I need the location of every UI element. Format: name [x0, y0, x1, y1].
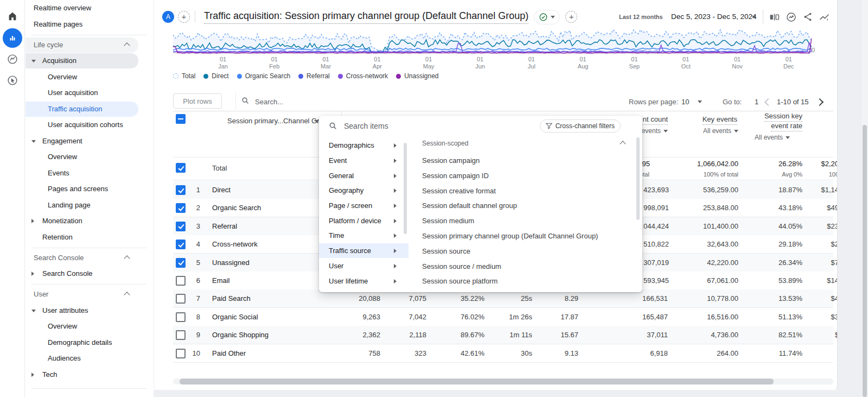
add-report-button[interactable]: + — [565, 11, 577, 23]
dimension-item-session-source[interactable]: Session source — [422, 244, 470, 259]
sidebar-item-overview[interactable]: Overview — [24, 70, 154, 85]
dimension-item-session-source-platform[interactable]: Session source platform — [422, 274, 497, 288]
chevron-up-icon[interactable] — [124, 255, 130, 261]
pagination-next-icon[interactable] — [816, 98, 824, 106]
category-item-custom[interactable]: Custom — [319, 135, 409, 138]
add-comparison-button[interactable]: + — [178, 11, 190, 23]
caret-right-icon[interactable] — [31, 373, 34, 377]
category-item-demographics[interactable]: Demographics — [319, 138, 409, 153]
key-events-metric-select[interactable]: All events — [703, 127, 738, 135]
sidebar-item-realtime-overview[interactable]: Realtime overview — [24, 1, 154, 16]
session-rate-metric-select[interactable]: All events — [755, 134, 790, 141]
caret-down-icon[interactable] — [31, 60, 36, 62]
comparison-icon[interactable] — [767, 10, 781, 24]
category-item-traffic-source[interactable]: Traffic source — [319, 243, 409, 258]
category-item-event[interactable]: Event — [319, 153, 409, 168]
select-all-checkbox[interactable] — [176, 114, 186, 124]
cell-event-count: 593,945 — [643, 276, 669, 285]
dimension-item-session-campaign[interactable]: Session campaign — [422, 153, 480, 168]
nav-item-label: Acquisition — [42, 53, 76, 68]
sidebar-item-user[interactable]: User — [24, 287, 154, 302]
sidebar-item-realtime-pages[interactable]: Realtime pages — [24, 17, 154, 32]
sidebar-item-monetization[interactable]: Monetization — [24, 213, 154, 229]
sidebar-item-events[interactable]: Events — [24, 166, 154, 181]
dimension-item-session-medium[interactable]: Session medium — [422, 213, 474, 228]
totals-checkbox[interactable] — [176, 163, 186, 173]
legend-item[interactable]: Cross-network — [338, 72, 388, 80]
report-status-badge[interactable] — [534, 10, 560, 24]
legend-item[interactable]: Direct — [203, 72, 228, 80]
caret-right-icon[interactable] — [31, 272, 34, 276]
sidebar-item-engagement[interactable]: Engagement — [24, 134, 154, 149]
sidebar-item-user-acquisition[interactable]: User acquisition — [24, 85, 154, 100]
home-icon[interactable] — [3, 7, 22, 26]
legend-item[interactable]: Total — [173, 72, 195, 80]
caret-right-icon[interactable] — [31, 219, 34, 223]
x-axis-tick: 01Jan — [211, 56, 235, 70]
chevron-up-icon[interactable] — [124, 292, 130, 298]
dimension-item-session-default-channel-group[interactable]: Session default channel group — [422, 198, 517, 213]
table-hscrollbar[interactable] — [180, 379, 774, 385]
date-preset-label: Last 12 months — [619, 14, 663, 20]
sidebar-item-landing-page[interactable]: Landing page — [24, 198, 154, 213]
sidebar-item-pages-and-screens[interactable]: Pages and screens — [24, 181, 154, 197]
sidebar-item-demographic-details[interactable]: Demographic details — [24, 335, 154, 350]
tick-day: 01 — [520, 56, 544, 63]
legend-item[interactable]: Organic Search — [237, 72, 290, 80]
rows-per-page-select[interactable]: 10 — [681, 98, 689, 106]
explore-icon[interactable] — [3, 49, 22, 69]
table-search-input[interactable]: Search... — [255, 98, 283, 106]
cell-event-count: 044,424 — [643, 222, 669, 230]
sidebar-item-tech[interactable]: Tech — [24, 367, 154, 382]
dimension-item-session-campaign-id[interactable]: Session campaign ID — [422, 168, 489, 183]
column-key-events[interactable]: Key events — [703, 115, 737, 123]
tick-day: 01 — [571, 56, 595, 63]
category-item-page-screen[interactable]: Page / screen — [319, 198, 409, 213]
nav-item-label: Overview — [48, 70, 77, 85]
legend-item[interactable]: Referral — [298, 72, 330, 80]
insights-icon[interactable] — [784, 10, 798, 24]
avatar[interactable]: A — [162, 11, 174, 23]
sidebar-item-search-console[interactable]: Search Console — [24, 250, 154, 266]
caret-down-icon[interactable] — [31, 310, 36, 312]
caret-right-icon — [394, 188, 397, 193]
share-icon[interactable] — [801, 10, 815, 24]
items-scrollbar[interactable] — [636, 137, 640, 220]
pagination-prev-icon[interactable] — [764, 98, 772, 106]
cross-channel-filters-chip[interactable]: Cross-channel filters — [540, 119, 621, 133]
caret-down-icon[interactable] — [31, 140, 36, 143]
legend-item[interactable]: Unassigned — [396, 72, 438, 80]
trendline-icon[interactable] — [817, 10, 831, 24]
sidebar-item-overview[interactable]: Overview — [24, 149, 154, 165]
reports-icon[interactable] — [3, 28, 22, 48]
goto-input[interactable]: 1 — [755, 98, 758, 106]
category-item-user[interactable]: User — [319, 259, 409, 273]
category-scrollbar[interactable] — [404, 143, 407, 234]
dimension-item-session-primary-channel-group-default-channel-group-[interactable]: Session primary channel group (Default C… — [422, 229, 598, 243]
dimension-item-session-creative-format[interactable]: Session creative format — [422, 184, 496, 198]
page-scrollbar[interactable] — [863, 125, 867, 397]
sidebar-item-user-acquisition-cohorts[interactable]: User acquisition cohorts — [24, 117, 154, 133]
dimension-item-session-source-medium[interactable]: Session source / medium — [422, 259, 501, 274]
category-item-user-lifetime[interactable]: User lifetime — [319, 274, 409, 288]
sidebar-item-overview[interactable]: Overview — [24, 319, 154, 334]
category-item-platform-device[interactable]: Platform / device — [319, 213, 409, 228]
category-item-geography[interactable]: Geography — [319, 183, 409, 198]
cell-revenue: $3 — [831, 313, 838, 321]
sidebar-item-user-attributes[interactable]: User attributes — [24, 303, 154, 318]
legend-dot-icon — [396, 74, 401, 79]
sidebar-item-retention[interactable]: Retention — [24, 230, 154, 245]
column-session-key-event-rate[interactable]: Session key — [764, 112, 802, 120]
sidebar-item-acquisition[interactable]: Acquisition — [24, 53, 154, 68]
sidebar-item-life-cycle[interactable]: Life cycle — [24, 37, 154, 53]
category-item-time[interactable]: Time — [319, 228, 409, 243]
search-items-input[interactable]: Search items — [344, 122, 388, 130]
advertising-icon[interactable] — [3, 71, 22, 90]
column-session-key-event-rate[interactable]: event rate — [771, 122, 802, 130]
sidebar-item-traffic-acquisition[interactable]: Traffic acquisition — [24, 102, 154, 117]
plot-rows-button[interactable]: Plot rows — [173, 93, 222, 109]
category-item-general[interactable]: General — [319, 168, 409, 183]
date-range-selector[interactable]: Dec 5, 2023 - Dec 5, 2024 — [671, 12, 757, 21]
sidebar-item-search-console[interactable]: Search Console — [24, 266, 154, 281]
sidebar-item-audiences[interactable]: Audiences — [24, 351, 154, 366]
